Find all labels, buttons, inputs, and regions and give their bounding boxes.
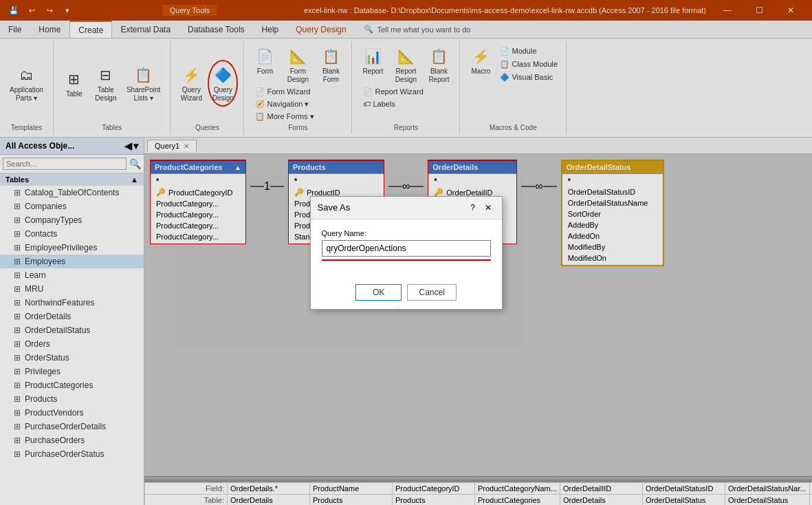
query-name-label: Query Name: [322, 229, 491, 237]
dialog-buttons: OK Cancel [311, 279, 502, 309]
dialog-body: Query Name: [311, 219, 502, 279]
dialog-cancel-button[interactable]: Cancel [407, 284, 456, 301]
dialog-close-btn[interactable]: ✕ [481, 201, 495, 215]
dialog-overlay: Save As ? ✕ Query Name: OK Cancel [0, 0, 812, 505]
dialog-title-bar: Save As ? ✕ [311, 197, 502, 219]
dialog-title-text: Save As [318, 202, 351, 213]
input-underline [322, 259, 491, 261]
dialog-ok-button[interactable]: OK [355, 284, 402, 301]
dialog-title-buttons: ? ✕ [466, 201, 495, 215]
query-name-input[interactable] [322, 240, 491, 257]
save-as-dialog: Save As ? ✕ Query Name: OK Cancel [310, 196, 503, 310]
dialog-help-btn[interactable]: ? [466, 201, 480, 215]
